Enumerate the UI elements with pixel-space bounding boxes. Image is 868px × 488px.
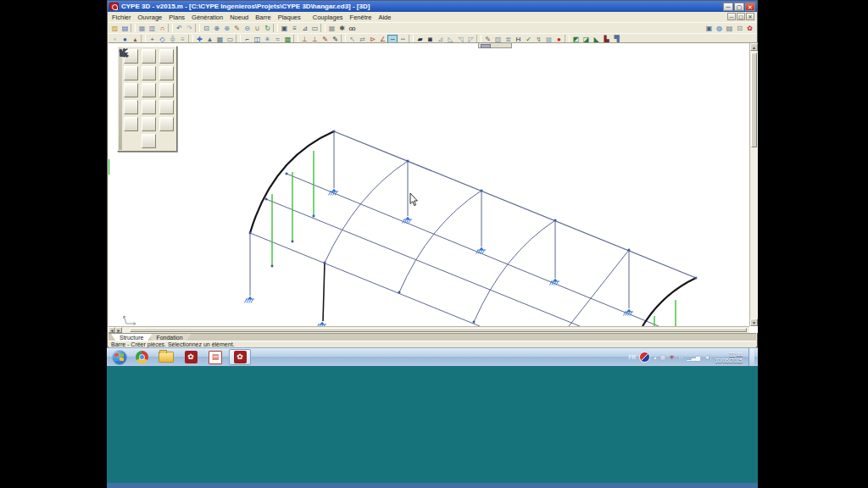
- menu-barre[interactable]: Barre: [255, 14, 270, 21]
- licenses-icon[interactable]: ∩: [157, 24, 167, 33]
- view-orientation-16[interactable]: [142, 134, 156, 148]
- teal-band: [107, 366, 758, 483]
- view-orientation-8[interactable]: [142, 83, 156, 97]
- save-icon[interactable]: ▤: [120, 24, 130, 33]
- menu-fenêtre[interactable]: Fenêtre: [350, 14, 372, 21]
- start-button[interactable]: [112, 350, 127, 365]
- pinwheel-tray-icon[interactable]: [639, 352, 650, 363]
- taskbar-chrome-icon: [136, 351, 148, 363]
- toolbar-separator: [320, 24, 326, 32]
- view-orientation-3[interactable]: [159, 49, 174, 64]
- bottom-blue-strip: [107, 483, 758, 488]
- view-orientation-6[interactable]: [159, 66, 174, 80]
- menu-couplages[interactable]: Couplages: [313, 14, 343, 21]
- import-table-icon[interactable]: ▦: [136, 24, 147, 33]
- doc-restore-button[interactable]: ▢: [737, 13, 745, 20]
- scroll-down-button[interactable]: ▼: [750, 319, 758, 326]
- scroll-left-button[interactable]: ◄: [108, 327, 115, 333]
- horizontal-scroll-thumb[interactable]: [130, 328, 747, 332]
- cype-logo-icon[interactable]: ✿: [744, 24, 754, 33]
- redo-icon[interactable]: ↷: [184, 24, 194, 33]
- vertical-scroll-thumb[interactable]: [751, 53, 757, 147]
- zoom-in-icon[interactable]: ⊕: [221, 24, 231, 33]
- web-globe-icon[interactable]: ◍: [714, 24, 724, 33]
- tray-grid-icon[interactable]: ▦: [660, 353, 666, 362]
- toolbar-separator: [273, 24, 278, 32]
- search-binoculars-icon[interactable]: oo: [347, 24, 357, 33]
- app-icon: [109, 3, 119, 10]
- taskbar-cype-plans[interactable]: ▤: [204, 349, 226, 365]
- toolbar-separator: [195, 24, 200, 32]
- zoom-out-icon[interactable]: ⊖: [242, 24, 252, 33]
- view-orientation-2[interactable]: [142, 49, 156, 64]
- view-orientation-14[interactable]: [142, 117, 156, 131]
- toolbar-separator: [131, 24, 136, 32]
- taskbar-cype[interactable]: ✿: [180, 349, 202, 365]
- structure-wireframe[interactable]: [108, 43, 758, 334]
- undo-icon[interactable]: ↶: [174, 24, 184, 33]
- minimize-button[interactable]: ─: [723, 3, 733, 11]
- cype3d-window: CYPE 3D - v2015.m - [C:\CYPE Ingenieros\…: [107, 0, 758, 347]
- menu-plans[interactable]: Plans: [169, 14, 185, 21]
- drawing-canvas[interactable]: ▲ ▼ ◄ ►: [108, 42, 758, 333]
- maximize-button[interactable]: ▢: [734, 3, 744, 11]
- volume-icon[interactable]: ◄): [704, 353, 711, 362]
- window-cascade-icon[interactable]: ▣: [704, 24, 714, 33]
- labels-icon[interactable]: ≡: [289, 24, 299, 33]
- settings-icon[interactable]: ✱: [337, 24, 347, 33]
- scroll-up-button[interactable]: ▲: [750, 43, 758, 51]
- doc-minimize-button[interactable]: ─: [727, 13, 736, 20]
- menu-fichier[interactable]: Fichier: [112, 14, 131, 21]
- mini-slider[interactable]: [478, 42, 512, 48]
- measure-icon[interactable]: ✎: [231, 24, 242, 33]
- action-center-flag-icon[interactable]: ⊳: [678, 353, 683, 362]
- ortho-view-icon[interactable]: ▭: [309, 24, 320, 33]
- scroll-right-button[interactable]: ►: [115, 327, 122, 333]
- view-orientation-7[interactable]: [124, 83, 138, 97]
- vertical-scrollbar[interactable]: ▲ ▼: [749, 43, 758, 326]
- menu-aide[interactable]: Aide: [378, 14, 391, 21]
- view-orientation-9[interactable]: [159, 83, 174, 97]
- view-orientation-4[interactable]: [124, 66, 138, 80]
- view-orientation-10[interactable]: [124, 100, 138, 114]
- view-palette[interactable]: [117, 46, 177, 152]
- view-orientation-13[interactable]: [124, 117, 138, 131]
- menu-bar: FichierOuvragePlansGénérationNoeudBarreP…: [108, 12, 757, 22]
- taskbar-cype3d-icon: ✿: [234, 351, 247, 363]
- zoom-extents-icon[interactable]: ⊕: [211, 24, 221, 33]
- menu-ouvrage[interactable]: Ouvrage: [138, 14, 163, 21]
- tray-alert-icon[interactable]: ▼: [669, 353, 675, 362]
- view-orientation-12[interactable]: [159, 100, 174, 114]
- redraw-icon[interactable]: ↻: [262, 24, 272, 33]
- tab-structure[interactable]: Structure: [111, 334, 152, 341]
- options-grid-icon[interactable]: ▦: [326, 24, 337, 33]
- taskbar-clock[interactable]: 11:44 10/06/2015: [715, 352, 743, 363]
- close-button[interactable]: ✕: [745, 3, 755, 11]
- taskbar-cype-plans-icon: ▤: [209, 351, 222, 364]
- title-bar[interactable]: CYPE 3D - v2015.m - [C:\CYPE Ingenieros\…: [108, 1, 757, 12]
- snapshot-icon[interactable]: ⊡: [734, 24, 744, 33]
- menu-noeud[interactable]: Noeud: [230, 14, 248, 21]
- fullscreen-icon[interactable]: ▣: [279, 24, 289, 33]
- doc-close-button[interactable]: ✕: [746, 13, 754, 20]
- show-desktop-button[interactable]: [748, 348, 754, 367]
- taskbar-chrome[interactable]: [131, 349, 153, 365]
- menu-plaques[interactable]: Plaques: [278, 14, 301, 21]
- menu-génération[interactable]: Génération: [192, 14, 223, 21]
- view-orientation-15[interactable]: [159, 117, 174, 131]
- open-file-icon[interactable]: ▨: [109, 24, 120, 33]
- clock-date: 10/06/2015: [715, 358, 743, 363]
- pan-hand-icon[interactable]: ∪: [252, 24, 262, 33]
- perspective-icon[interactable]: ⊿: [299, 24, 309, 33]
- view-orientation-5[interactable]: [142, 66, 156, 80]
- zoom-window-icon[interactable]: ⊡: [201, 24, 211, 33]
- hidden-icons-caret[interactable]: ▴: [654, 353, 657, 362]
- horizontal-scrollbar[interactable]: ◄ ►: [108, 326, 749, 333]
- language-indicator[interactable]: FR: [628, 354, 636, 360]
- taskbar-explorer[interactable]: [155, 349, 177, 365]
- taskbar-cype3d[interactable]: ✿: [229, 349, 251, 365]
- print-icon[interactable]: ▤: [724, 24, 734, 33]
- network-icon[interactable]: ▁▃▅: [687, 353, 700, 362]
- view-orientation-11[interactable]: [142, 100, 156, 114]
- report-icon[interactable]: ▥: [147, 24, 157, 33]
